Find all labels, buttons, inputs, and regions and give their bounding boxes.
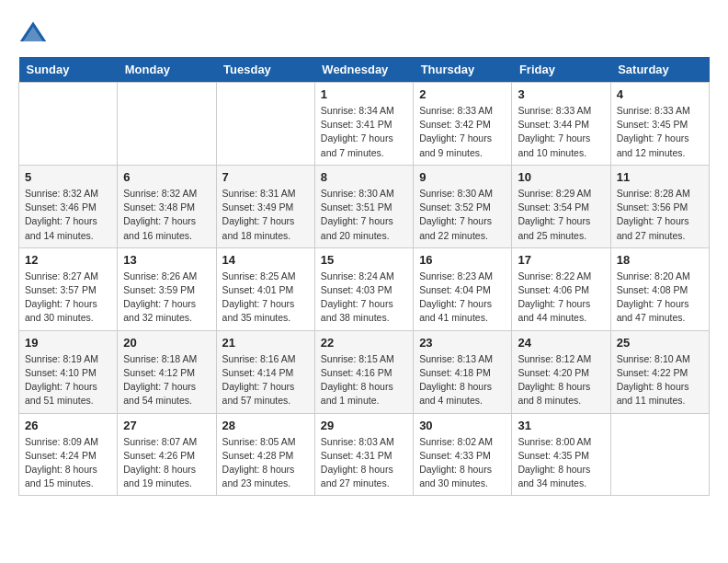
day-info: Sunrise: 8:30 AM Sunset: 3:52 PM Dayligh… (419, 187, 506, 243)
weekday-header-monday: Monday (118, 57, 216, 83)
day-number: 20 (123, 336, 210, 350)
day-number: 15 (321, 253, 407, 267)
day-number: 27 (123, 419, 210, 432)
day-cell: 9Sunrise: 8:30 AM Sunset: 3:52 PM Daylig… (414, 165, 512, 247)
day-cell: 1Sunrise: 8:34 AM Sunset: 3:41 PM Daylig… (314, 83, 413, 166)
day-cell: 2Sunrise: 8:33 AM Sunset: 3:42 PM Daylig… (414, 83, 512, 166)
day-number: 31 (518, 419, 604, 432)
day-info: Sunrise: 8:33 AM Sunset: 3:45 PM Dayligh… (617, 104, 703, 160)
day-info: Sunrise: 8:18 AM Sunset: 4:12 PM Dayligh… (123, 352, 210, 408)
day-cell: 13Sunrise: 8:26 AM Sunset: 3:59 PM Dayli… (118, 247, 216, 330)
week-row-3: 12Sunrise: 8:27 AM Sunset: 3:57 PM Dayli… (19, 247, 710, 330)
day-info: Sunrise: 8:16 AM Sunset: 4:14 PM Dayligh… (222, 352, 309, 408)
day-cell: 29Sunrise: 8:03 AM Sunset: 4:31 PM Dayli… (314, 413, 413, 496)
day-cell (19, 83, 118, 166)
calendar-table: SundayMondayTuesdayWednesdayThursdayFrid… (18, 57, 710, 496)
day-cell: 25Sunrise: 8:10 AM Sunset: 4:22 PM Dayli… (610, 330, 709, 413)
day-number: 2 (419, 87, 506, 101)
day-number: 1 (321, 87, 407, 101)
day-info: Sunrise: 8:24 AM Sunset: 4:03 PM Dayligh… (321, 270, 407, 326)
day-number: 21 (222, 336, 309, 350)
day-number: 22 (321, 336, 407, 350)
day-info: Sunrise: 8:10 AM Sunset: 4:22 PM Dayligh… (617, 352, 703, 408)
day-info: Sunrise: 8:31 AM Sunset: 3:49 PM Dayligh… (222, 187, 309, 243)
day-cell: 7Sunrise: 8:31 AM Sunset: 3:49 PM Daylig… (216, 165, 314, 247)
day-number: 3 (518, 87, 604, 101)
day-cell: 14Sunrise: 8:25 AM Sunset: 4:01 PM Dayli… (216, 247, 314, 330)
day-cell: 28Sunrise: 8:05 AM Sunset: 4:28 PM Dayli… (216, 413, 314, 496)
day-cell: 30Sunrise: 8:02 AM Sunset: 4:33 PM Dayli… (414, 413, 512, 496)
day-number: 11 (617, 170, 703, 184)
day-number: 12 (25, 253, 111, 267)
day-info: Sunrise: 8:27 AM Sunset: 3:57 PM Dayligh… (25, 270, 111, 326)
day-info: Sunrise: 8:25 AM Sunset: 4:01 PM Dayligh… (222, 270, 309, 326)
day-info: Sunrise: 8:30 AM Sunset: 3:51 PM Dayligh… (321, 187, 407, 243)
weekday-header-sunday: Sunday (19, 57, 118, 83)
day-info: Sunrise: 8:33 AM Sunset: 3:44 PM Dayligh… (518, 104, 604, 160)
weekday-header-wednesday: Wednesday (314, 57, 413, 83)
day-cell: 17Sunrise: 8:22 AM Sunset: 4:06 PM Dayli… (512, 247, 610, 330)
day-info: Sunrise: 8:12 AM Sunset: 4:20 PM Dayligh… (518, 352, 604, 408)
day-cell: 22Sunrise: 8:15 AM Sunset: 4:16 PM Dayli… (314, 330, 413, 413)
week-row-4: 19Sunrise: 8:19 AM Sunset: 4:10 PM Dayli… (19, 330, 710, 413)
weekday-header-friday: Friday (512, 57, 610, 83)
day-info: Sunrise: 8:34 AM Sunset: 3:41 PM Dayligh… (321, 104, 407, 160)
day-info: Sunrise: 8:00 AM Sunset: 4:35 PM Dayligh… (518, 435, 604, 491)
day-cell: 19Sunrise: 8:19 AM Sunset: 4:10 PM Dayli… (19, 330, 118, 413)
day-number: 9 (419, 170, 506, 184)
day-info: Sunrise: 8:28 AM Sunset: 3:56 PM Dayligh… (617, 187, 703, 243)
day-cell: 5Sunrise: 8:32 AM Sunset: 3:46 PM Daylig… (19, 165, 118, 247)
day-number: 30 (419, 419, 506, 432)
day-cell: 27Sunrise: 8:07 AM Sunset: 4:26 PM Dayli… (118, 413, 216, 496)
day-number: 10 (518, 170, 604, 184)
logo-icon (18, 18, 48, 48)
weekday-header-thursday: Thursday (414, 57, 512, 83)
page-header (18, 18, 710, 48)
day-info: Sunrise: 8:33 AM Sunset: 3:42 PM Dayligh… (419, 104, 506, 160)
day-number: 24 (518, 336, 604, 350)
day-info: Sunrise: 8:09 AM Sunset: 4:24 PM Dayligh… (25, 435, 111, 491)
day-cell: 3Sunrise: 8:33 AM Sunset: 3:44 PM Daylig… (512, 83, 610, 166)
header-row: SundayMondayTuesdayWednesdayThursdayFrid… (19, 57, 710, 83)
day-info: Sunrise: 8:29 AM Sunset: 3:54 PM Dayligh… (518, 187, 604, 243)
day-number: 14 (222, 253, 309, 267)
day-info: Sunrise: 8:05 AM Sunset: 4:28 PM Dayligh… (222, 435, 309, 491)
day-cell: 21Sunrise: 8:16 AM Sunset: 4:14 PM Dayli… (216, 330, 314, 413)
day-info: Sunrise: 8:15 AM Sunset: 4:16 PM Dayligh… (321, 352, 407, 408)
day-info: Sunrise: 8:13 AM Sunset: 4:18 PM Dayligh… (419, 352, 506, 408)
day-cell: 20Sunrise: 8:18 AM Sunset: 4:12 PM Dayli… (118, 330, 216, 413)
day-info: Sunrise: 8:20 AM Sunset: 4:08 PM Dayligh… (617, 270, 703, 326)
day-info: Sunrise: 8:19 AM Sunset: 4:10 PM Dayligh… (25, 352, 111, 408)
day-cell: 26Sunrise: 8:09 AM Sunset: 4:24 PM Dayli… (19, 413, 118, 496)
day-cell: 10Sunrise: 8:29 AM Sunset: 3:54 PM Dayli… (512, 165, 610, 247)
logo (18, 18, 51, 48)
day-cell: 16Sunrise: 8:23 AM Sunset: 4:04 PM Dayli… (414, 247, 512, 330)
day-number: 17 (518, 253, 604, 267)
day-info: Sunrise: 8:22 AM Sunset: 4:06 PM Dayligh… (518, 270, 604, 326)
day-cell: 23Sunrise: 8:13 AM Sunset: 4:18 PM Dayli… (414, 330, 512, 413)
day-cell: 18Sunrise: 8:20 AM Sunset: 4:08 PM Dayli… (610, 247, 709, 330)
day-number: 19 (25, 336, 111, 350)
weekday-header-tuesday: Tuesday (216, 57, 314, 83)
day-number: 23 (419, 336, 506, 350)
day-cell: 15Sunrise: 8:24 AM Sunset: 4:03 PM Dayli… (314, 247, 413, 330)
day-number: 6 (123, 170, 210, 184)
day-cell: 31Sunrise: 8:00 AM Sunset: 4:35 PM Dayli… (512, 413, 610, 496)
day-info: Sunrise: 8:23 AM Sunset: 4:04 PM Dayligh… (419, 270, 506, 326)
day-cell: 24Sunrise: 8:12 AM Sunset: 4:20 PM Dayli… (512, 330, 610, 413)
day-number: 26 (25, 419, 111, 432)
day-number: 8 (321, 170, 407, 184)
day-number: 4 (617, 87, 703, 101)
day-cell: 4Sunrise: 8:33 AM Sunset: 3:45 PM Daylig… (610, 83, 709, 166)
day-number: 5 (25, 170, 111, 184)
day-cell (610, 413, 709, 496)
day-cell: 6Sunrise: 8:32 AM Sunset: 3:48 PM Daylig… (118, 165, 216, 247)
day-info: Sunrise: 8:26 AM Sunset: 3:59 PM Dayligh… (123, 270, 210, 326)
day-cell (118, 83, 216, 166)
day-info: Sunrise: 8:03 AM Sunset: 4:31 PM Dayligh… (321, 435, 407, 491)
day-info: Sunrise: 8:07 AM Sunset: 4:26 PM Dayligh… (123, 435, 210, 491)
week-row-2: 5Sunrise: 8:32 AM Sunset: 3:46 PM Daylig… (19, 165, 710, 247)
day-number: 13 (123, 253, 210, 267)
day-number: 7 (222, 170, 309, 184)
day-cell: 8Sunrise: 8:30 AM Sunset: 3:51 PM Daylig… (314, 165, 413, 247)
